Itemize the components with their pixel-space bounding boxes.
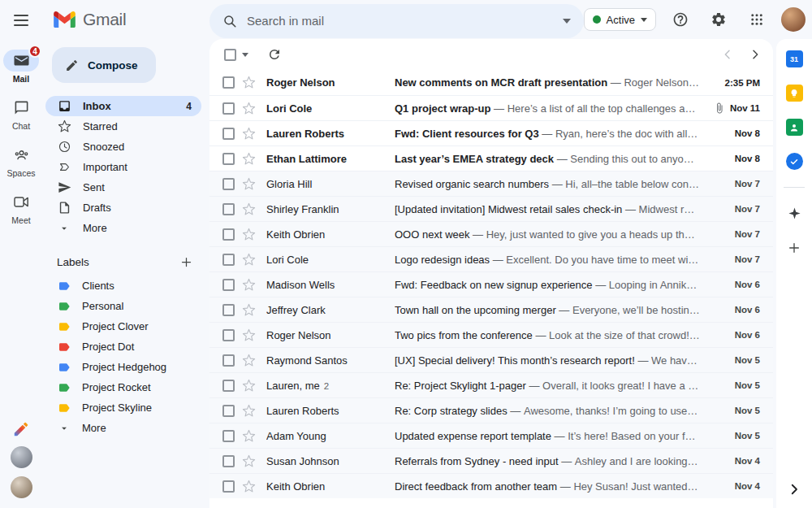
email-checkbox[interactable] — [222, 405, 235, 417]
main-menu-button[interactable] — [5, 4, 37, 37]
email-row[interactable]: Adam Young Updated expense report templa… — [209, 423, 773, 448]
star-icon[interactable] — [242, 480, 256, 493]
email-row[interactable]: Ethan Lattimore Last year’s EMEA strateg… — [209, 145, 773, 171]
addon-star-icon[interactable] — [786, 205, 803, 222]
star-icon[interactable] — [242, 303, 256, 317]
star-icon[interactable] — [242, 228, 256, 241]
contacts-icon[interactable] — [786, 119, 803, 136]
search-input[interactable] — [247, 14, 553, 28]
star-icon[interactable] — [242, 202, 256, 216]
sidebar-item-starred[interactable]: Starred — [45, 116, 201, 137]
email-checkbox[interactable] — [222, 304, 235, 316]
email-checkbox[interactable] — [222, 480, 235, 493]
older-page-button[interactable] — [749, 48, 762, 61]
email-checkbox[interactable] — [222, 102, 235, 115]
sidebar-item-sent[interactable]: Sent — [45, 177, 201, 198]
email-checkbox[interactable] — [222, 279, 235, 291]
rail-item-meet[interactable]: Meet — [3, 191, 39, 225]
get-addons-button[interactable] — [786, 239, 803, 256]
email-row[interactable]: Lori Cole Q1 project wrap-up — Here’s a … — [209, 95, 773, 120]
email-checkbox[interactable] — [222, 455, 235, 467]
settings-button[interactable] — [705, 6, 732, 33]
email-checkbox[interactable] — [222, 430, 235, 442]
sidebar-item-more[interactable]: More — [45, 218, 201, 238]
email-row[interactable]: Keith Obrien OOO next week — Hey, just w… — [209, 221, 773, 246]
label-name: Project Rocket — [82, 381, 151, 393]
email-row[interactable]: Roger Nelson Two pics from the conferenc… — [209, 322, 773, 347]
email-row[interactable]: Lori Cole Logo redesign ideas — Excellen… — [209, 246, 773, 271]
labels-more[interactable]: More — [45, 418, 201, 438]
secondary-account-avatar[interactable] — [11, 446, 32, 468]
email-row[interactable]: Lauren, me 2 Re: Project Skylight 1-page… — [209, 372, 773, 397]
rail-item-spaces[interactable]: Spaces — [3, 144, 39, 178]
profile-avatar[interactable] — [781, 7, 806, 32]
star-icon[interactable] — [242, 429, 256, 443]
email-row[interactable]: Raymond Santos [UX] Special delivery! Th… — [209, 347, 773, 372]
sidebar-label-item[interactable]: Personal — [45, 296, 201, 316]
star-icon[interactable] — [242, 454, 256, 468]
email-checkbox[interactable] — [222, 76, 235, 89]
refresh-button[interactable] — [267, 47, 282, 62]
select-options-icon[interactable] — [242, 53, 248, 57]
star-icon[interactable] — [242, 278, 256, 292]
sidebar-item-important[interactable]: Important — [45, 157, 201, 177]
calendar-icon[interactable]: 31 — [786, 50, 803, 67]
keep-icon[interactable] — [786, 85, 803, 102]
email-checkbox[interactable] — [222, 380, 235, 392]
availability-chip[interactable]: Active — [584, 8, 656, 31]
add-label-button[interactable] — [177, 253, 195, 271]
email-row[interactable]: Lauren Roberts Fwd: Client resources for… — [209, 120, 773, 145]
email-date: Nov 7 — [735, 179, 760, 189]
star-icon[interactable] — [242, 354, 256, 367]
email-row[interactable]: Susan Johnson Referrals from Sydney - ne… — [209, 448, 773, 473]
tasks-icon[interactable] — [786, 153, 803, 170]
email-checkbox[interactable] — [222, 178, 235, 190]
star-icon[interactable] — [242, 328, 256, 342]
sidebar-item-inbox[interactable]: Inbox 4 — [45, 96, 201, 116]
star-icon[interactable] — [242, 177, 256, 191]
google-apps-button[interactable] — [743, 6, 771, 33]
email-row[interactable]: Gloria Hill Revised organic search numbe… — [209, 171, 773, 196]
email-checkbox[interactable] — [222, 354, 235, 367]
email-meta: Nov 5 — [710, 406, 760, 415]
support-button[interactable] — [667, 6, 694, 33]
search-options-icon[interactable] — [563, 19, 571, 24]
star-icon[interactable] — [242, 379, 256, 393]
expand-side-panel-button[interactable] — [787, 482, 801, 497]
tertiary-account-avatar[interactable] — [11, 476, 32, 498]
email-checkbox[interactable] — [222, 228, 235, 241]
email-checkbox[interactable] — [222, 128, 235, 140]
rail-item-mail[interactable]: 4 Mail — [3, 50, 39, 84]
star-icon[interactable] — [242, 152, 256, 166]
sidebar-label-item[interactable]: Project Skyline — [45, 397, 201, 418]
compose-button[interactable]: Compose — [52, 47, 156, 83]
search-bar[interactable] — [209, 4, 584, 38]
rail-item-chat[interactable]: Chat — [3, 97, 39, 131]
email-checkbox[interactable] — [222, 153, 235, 165]
email-row[interactable]: Shirley Franklin [Updated invitation] Mi… — [209, 196, 773, 221]
star-icon[interactable] — [242, 102, 256, 115]
sidebar-label-item[interactable]: Clients — [45, 276, 201, 296]
newer-page-button[interactable] — [721, 48, 734, 61]
email-row[interactable]: Lauren Roberts Re: Corp strategy slides … — [209, 397, 773, 423]
star-icon[interactable] — [242, 76, 256, 89]
star-icon[interactable] — [242, 127, 256, 141]
sidebar-label-item[interactable]: Project Clover — [45, 316, 201, 336]
sidebar-label-item[interactable]: Project Rocket — [45, 377, 201, 397]
sidebar-label-item[interactable]: Project Hedgehog — [45, 357, 201, 377]
gmail-logo[interactable]: Gmail — [42, 0, 209, 39]
select-all-checkbox[interactable] — [224, 49, 236, 61]
sidebar-item-drafts[interactable]: Drafts — [45, 198, 201, 218]
colorful-pencil-icon[interactable] — [12, 420, 30, 438]
sidebar-item-snoozed[interactable]: Snoozed — [45, 137, 201, 157]
email-checkbox[interactable] — [222, 203, 235, 215]
email-row[interactable]: Keith Obrien Direct feedback from anothe… — [209, 473, 773, 498]
sidebar-label-item[interactable]: Project Dot — [45, 336, 201, 357]
email-row[interactable]: Jeffrey Clark Town hall on the upcoming … — [209, 297, 773, 322]
email-checkbox[interactable] — [222, 254, 235, 266]
email-row[interactable]: Roger Nelson New comments on MCR draft p… — [209, 70, 773, 95]
email-checkbox[interactable] — [222, 329, 235, 341]
email-row[interactable]: Madison Wells Fwd: Feedback on new signu… — [209, 271, 773, 297]
star-icon[interactable] — [242, 253, 256, 267]
star-icon[interactable] — [242, 404, 256, 418]
